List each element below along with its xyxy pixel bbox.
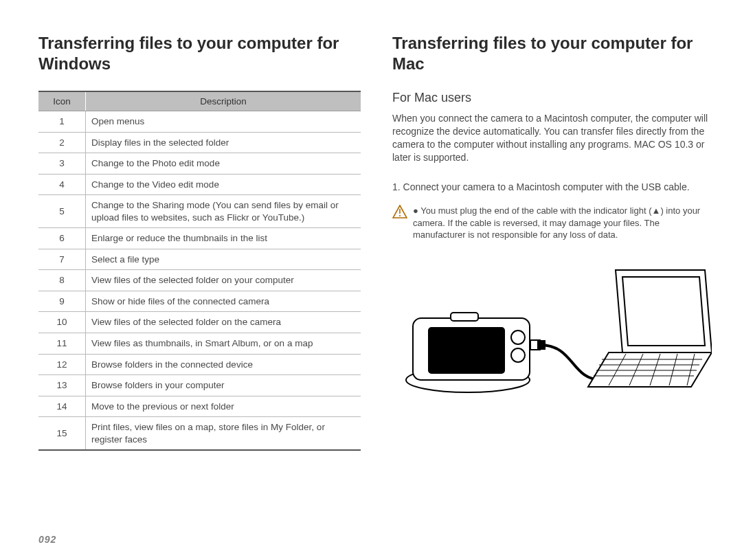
caution-note: ● You must plug the end of the cable wit… (392, 205, 715, 241)
svg-marker-14 (622, 277, 705, 346)
svg-rect-5 (429, 328, 504, 373)
caution-icon (392, 205, 407, 241)
cell-icon: 3 (38, 153, 86, 175)
cell-icon: 7 (38, 249, 86, 270)
cell-desc: Open menus (86, 111, 361, 133)
two-column-layout: Transferring files to your computer for … (38, 33, 715, 451)
cell-icon: 15 (38, 417, 86, 451)
svg-rect-10 (537, 340, 546, 350)
cell-icon: 2 (38, 132, 86, 153)
cell-icon: 13 (38, 375, 86, 396)
step-1: 1. Connect your camera to a Macintosh co… (392, 181, 715, 194)
table-row: 3Change to the Photo edit mode (38, 153, 361, 175)
table-row: 10View files of the selected folder on t… (38, 312, 361, 333)
cell-icon: 4 (38, 174, 86, 195)
manual-page: Transferring files to your computer for … (0, 0, 742, 560)
cell-desc: Change to the Sharing mode (You can send… (86, 195, 361, 228)
table-row: 9Show or hide files of the connected cam… (38, 291, 361, 312)
mac-intro-paragraph: When you connect the camera to a Macinto… (392, 112, 715, 164)
caution-body: You must plug the end of the cable with … (413, 205, 700, 240)
right-subheading: For Mac users (392, 91, 715, 105)
table-row: 11View files as thumbnails, in Smart Alb… (38, 333, 361, 355)
cell-desc: View files of the selected folder on you… (86, 270, 361, 291)
cell-desc: Display files in the selected folder (86, 132, 361, 153)
th-icon: Icon (38, 91, 86, 111)
table-row: 14Move to the previous or next folder (38, 396, 361, 417)
cell-icon: 10 (38, 312, 86, 333)
table-row: 6Enlarge or reduce the thumbnails in the… (38, 228, 361, 249)
icon-description-table: Icon Description 1Open menus 2Display fi… (38, 91, 361, 451)
right-column: Transferring files to your computer for … (392, 33, 715, 451)
cell-desc: Enlarge or reduce the thumbnails in the … (86, 228, 361, 249)
th-description: Description (86, 91, 361, 111)
cell-desc: Move to the previous or next folder (86, 396, 361, 417)
caution-text: ● You must plug the end of the cable wit… (413, 205, 715, 241)
table-row: 12Browse folders in the connected device (38, 354, 361, 375)
table-row: 8View files of the selected folder on yo… (38, 270, 361, 291)
cell-desc: Change to the Photo edit mode (86, 153, 361, 175)
bullet: ● (413, 205, 420, 216)
table-row: 15Print files, view files on a map, stor… (38, 417, 361, 451)
table-row: 4Change to the Video edit mode (38, 174, 361, 195)
left-heading: Transferring files to your computer for … (38, 33, 361, 74)
cell-icon: 5 (38, 195, 86, 228)
cell-icon: 14 (38, 396, 86, 417)
cell-desc: Browse folders in the connected device (86, 354, 361, 375)
cell-icon: 12 (38, 354, 86, 375)
svg-rect-8 (451, 313, 478, 321)
svg-marker-12 (588, 352, 712, 387)
cell-desc: View files as thumbnails, in Smart Album… (86, 333, 361, 355)
cell-icon: 8 (38, 270, 86, 291)
cell-desc: Browse folders in your computer (86, 375, 361, 396)
cell-desc: View files of the selected folder on the… (86, 312, 361, 333)
table-row: 7Select a file type (38, 249, 361, 270)
table-header-row: Icon Description (38, 91, 361, 111)
cell-icon: 6 (38, 228, 86, 249)
right-heading: Transferring files to your computer for … (392, 33, 715, 74)
svg-point-7 (511, 348, 525, 362)
svg-point-6 (511, 331, 525, 344)
svg-point-2 (399, 215, 401, 216)
table-row: 1Open menus (38, 111, 361, 133)
cell-icon: 9 (38, 291, 86, 312)
table-row: 2Display files in the selected folder (38, 132, 361, 153)
cell-icon: 1 (38, 111, 86, 133)
page-number: 092 (38, 534, 56, 545)
cell-icon: 11 (38, 333, 86, 355)
table-row: 13Browse folders in your computer (38, 375, 361, 396)
connection-illustration (392, 256, 715, 403)
table-row: 5Change to the Sharing mode (You can sen… (38, 195, 361, 228)
left-column: Transferring files to your computer for … (38, 33, 361, 451)
cell-desc: Select a file type (86, 249, 361, 270)
cell-desc: Print files, view files on a map, store … (86, 417, 361, 451)
cell-desc: Change to the Video edit mode (86, 174, 361, 195)
cell-desc: Show or hide files of the connected came… (86, 291, 361, 312)
